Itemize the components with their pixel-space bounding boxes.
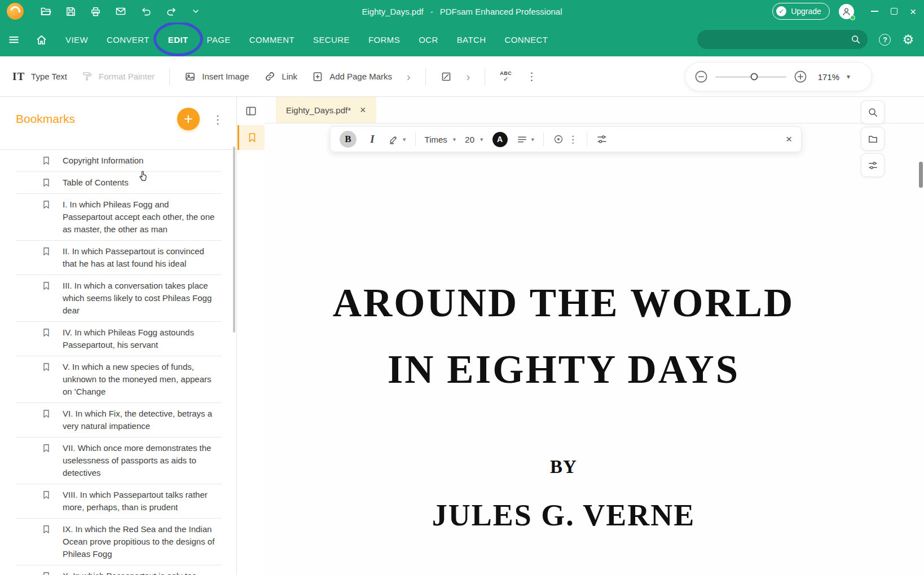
quick-access-chevron-icon[interactable]	[191, 7, 200, 16]
alignment-button[interactable]: ▾	[517, 134, 535, 145]
document-scrollbar-thumb[interactable]	[919, 162, 923, 188]
bookmarks-tab-icon[interactable]	[237, 125, 265, 150]
bookmark-label: IV. In which Phileas Fogg astounds Passe…	[63, 326, 221, 351]
menu-item-view[interactable]: VIEW	[65, 35, 88, 45]
toolbar-separator	[425, 68, 426, 85]
upgrade-button[interactable]: ✓ Upgrade	[772, 3, 830, 20]
bookmark-item[interactable]: VI. In which Fix, the detective, betrays…	[16, 403, 222, 437]
format-separator	[415, 132, 416, 146]
zoom-slider-handle[interactable]	[751, 73, 758, 81]
document-area: Eighty_Days.pdf* × B I ▾ Times ▾ 20	[265, 97, 924, 575]
bookmark-item[interactable]: Copyright Information	[16, 150, 222, 172]
global-search-input[interactable]	[704, 35, 851, 44]
spacing-button[interactable]: ⋮	[553, 134, 578, 145]
search-icon[interactable]	[851, 34, 861, 45]
spellcheck-button[interactable]: ABC ✓	[500, 71, 512, 82]
bookmark-label: VII. Which once more demonstrates the us…	[63, 442, 221, 479]
bookmarks-panel-title: Bookmarks	[16, 112, 75, 126]
redo-icon[interactable]	[166, 6, 177, 17]
document-canvas[interactable]: B I ▾ Times ▾ 20 ▾ A ▾	[265, 123, 924, 575]
bookmark-icon	[41, 328, 51, 338]
help-icon[interactable]: ?	[879, 34, 891, 46]
bookmark-item[interactable]: VII. Which once more demonstrates the us…	[16, 437, 222, 484]
undo-icon[interactable]	[140, 6, 152, 17]
menu-item-ocr[interactable]: OCR	[419, 35, 438, 45]
type-text-button[interactable]: IT Type Text	[12, 70, 67, 83]
bookmarks-scrollbar[interactable]	[233, 147, 235, 333]
bookmark-item[interactable]: V. In which a new species of funds, unkn…	[16, 356, 222, 403]
font-color-button[interactable]: A	[492, 132, 508, 147]
mail-icon[interactable]	[115, 6, 126, 17]
format-toolbar-close-icon[interactable]: ×	[786, 133, 792, 145]
gear-icon[interactable]: ⚙	[902, 33, 914, 46]
menu-item-connect[interactable]: CONNECT	[504, 35, 548, 45]
bookmark-item[interactable]: Table of Contents	[16, 172, 222, 194]
upgrade-label: Upgrade	[791, 7, 821, 16]
document-tabbar: Eighty_Days.pdf* ×	[265, 97, 924, 123]
tab-close-icon[interactable]: ×	[360, 105, 366, 115]
format-painter-button[interactable]: Format Painter	[82, 71, 155, 82]
align-icon	[517, 134, 527, 145]
window-close-button[interactable]: ×	[910, 6, 916, 17]
zoom-out-icon[interactable]	[694, 70, 708, 83]
italic-button[interactable]: I	[366, 133, 379, 145]
bookmark-item[interactable]: X. In which Passepartout is only too	[16, 565, 222, 575]
bookmark-label: V. In which a new species of funds, unkn…	[63, 361, 221, 398]
zoom-level-value[interactable]: 171%	[815, 72, 839, 82]
hamburger-menu-icon[interactable]	[8, 34, 20, 46]
link-button[interactable]: Link	[264, 70, 298, 82]
menu-item-comment[interactable]: COMMENT	[249, 35, 294, 45]
bookmark-icon	[41, 246, 51, 256]
add-page-marks-expand-icon[interactable]: ›	[407, 71, 411, 82]
bookmark-item[interactable]: IX. In which the Red Sea and the Indian …	[16, 519, 222, 565]
zoom-dropdown-icon[interactable]: ▾	[847, 73, 850, 81]
zoom-in-icon[interactable]	[794, 70, 807, 83]
bookmark-item[interactable]: I. In which Phileas Fogg and Passepartou…	[16, 194, 222, 241]
home-icon[interactable]	[36, 34, 47, 46]
bookmark-icon	[41, 409, 51, 419]
find-in-document-button[interactable]	[861, 100, 885, 124]
menu-item-convert[interactable]: CONVERT	[107, 35, 149, 45]
highlight-button[interactable]: ▾	[388, 134, 406, 145]
whiteout-expand-icon[interactable]: ›	[467, 71, 470, 82]
adjust-panel-button[interactable]	[861, 153, 885, 177]
add-bookmark-button[interactable]: +	[177, 108, 200, 130]
page-author: JULES G. VERNE	[265, 498, 863, 533]
bookmarks-more-icon[interactable]: ⋮	[212, 113, 223, 126]
format-properties-button[interactable]	[596, 134, 608, 145]
whiteout-button[interactable]	[441, 71, 452, 82]
font-size-select[interactable]: 20 ▾	[465, 135, 483, 144]
menu-item-forms[interactable]: FORMS	[368, 35, 400, 45]
bookmark-label: III. In which a conversation takes place…	[63, 280, 221, 317]
collapse-panel-icon[interactable]	[245, 105, 257, 117]
window-maximize-button[interactable]	[891, 8, 897, 15]
bookmark-item[interactable]: III. In which a conversation takes place…	[16, 275, 222, 322]
window-minimize-button[interactable]	[871, 11, 878, 12]
bookmark-item[interactable]: II. In which Passepartout is convinced t…	[16, 241, 222, 275]
global-search-box[interactable]	[697, 30, 868, 49]
bookmark-item[interactable]: IV. In which Phileas Fogg astounds Passe…	[16, 322, 222, 356]
online-status-dot	[850, 15, 855, 20]
menu-item-batch[interactable]: BATCH	[457, 35, 486, 45]
bookmark-item[interactable]: VIII. In which Passepartout talks rather…	[16, 484, 222, 519]
bookmark-label: I. In which Phileas Fogg and Passepartou…	[63, 198, 221, 236]
document-tab[interactable]: Eighty_Days.pdf* ×	[276, 97, 376, 123]
menu-item-edit[interactable]: EDIT	[168, 35, 188, 45]
zoom-slider[interactable]	[715, 76, 786, 78]
bookmark-icon	[41, 178, 51, 188]
menu-item-secure[interactable]: SECURE	[313, 35, 350, 45]
menu-item-page[interactable]: PAGE	[207, 35, 231, 45]
insert-image-button[interactable]: Insert Image	[184, 71, 249, 82]
toolbar-more-icon[interactable]: ⋮	[526, 71, 537, 82]
open-file-icon[interactable]	[40, 6, 51, 17]
bookmark-icon	[41, 490, 51, 500]
account-avatar[interactable]	[839, 4, 854, 19]
format-more-icon[interactable]: ⋮	[568, 134, 578, 145]
menu-item-edit-label: EDIT	[168, 35, 188, 45]
bold-button[interactable]: B	[340, 131, 357, 148]
add-page-marks-button[interactable]: Add Page Marks	[312, 71, 392, 82]
font-family-select[interactable]: Times ▾	[425, 135, 456, 144]
save-icon[interactable]	[65, 6, 76, 17]
print-icon[interactable]	[90, 6, 101, 17]
file-panel-button[interactable]	[861, 127, 885, 151]
